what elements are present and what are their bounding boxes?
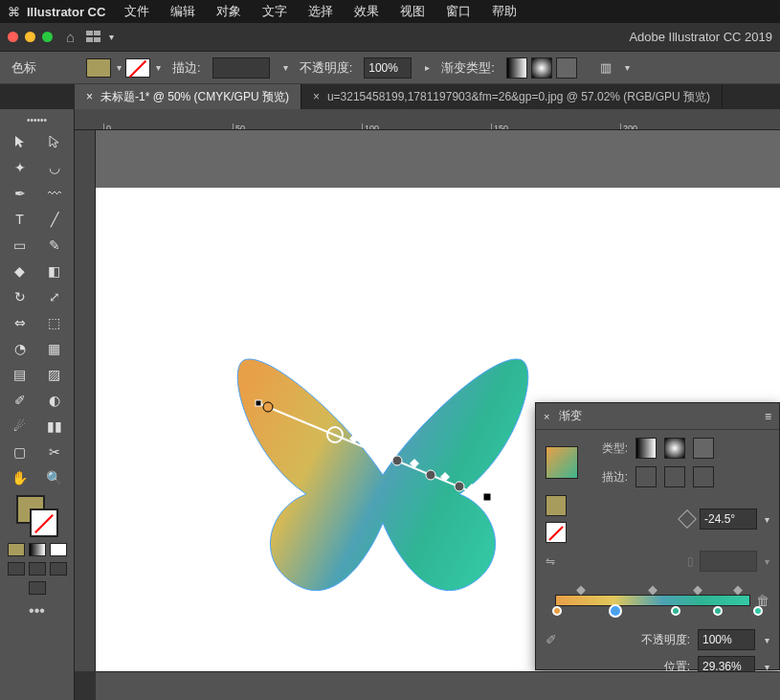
blend-tool[interactable]: ◐ — [38, 388, 71, 412]
menu-edit[interactable]: 编辑 — [163, 1, 203, 22]
chevron-down-icon[interactable]: ▾ — [283, 62, 288, 73]
butterfly-shape[interactable] — [230, 341, 536, 609]
active-stroke-swatch[interactable] — [546, 522, 567, 543]
rotate-tool[interactable]: ↻ — [4, 284, 36, 308]
perspective-tool[interactable]: ▦ — [38, 336, 71, 360]
symbol-sprayer-tool[interactable]: ☄ — [4, 414, 36, 438]
zoom-window-icon[interactable] — [42, 32, 53, 42]
draw-behind-icon[interactable] — [29, 562, 46, 576]
edit-toolbar-icon[interactable]: ••• — [29, 602, 45, 620]
gradient-midpoint[interactable] — [733, 586, 743, 596]
stroke-weight-input[interactable] — [212, 57, 270, 79]
gradient-stop-selected[interactable] — [611, 606, 620, 616]
workspace-layout-icon[interactable] — [86, 31, 103, 44]
width-tool[interactable]: ⇔ — [4, 310, 36, 334]
gradient-slider[interactable]: 🗑 — [546, 585, 769, 618]
menu-view[interactable]: 视图 — [392, 1, 433, 22]
magic-wand-tool[interactable]: ✦ — [4, 155, 36, 179]
panel-titlebar[interactable]: × 渐变 ≡ — [536, 403, 779, 430]
app-name[interactable]: Illustrator CC — [27, 5, 105, 19]
draw-inside-icon[interactable] — [50, 562, 67, 576]
gradient-tool[interactable]: ▨ — [38, 362, 71, 386]
close-tab-icon[interactable]: × — [86, 90, 93, 103]
linear-gradient-button[interactable] — [635, 438, 657, 459]
selection-tool[interactable] — [4, 129, 36, 153]
eraser-tool[interactable]: ◧ — [38, 259, 71, 282]
stop-opacity-input[interactable]: 100% — [698, 629, 755, 650]
minimize-window-icon[interactable] — [25, 32, 35, 42]
paintbrush-tool[interactable]: ✎ — [38, 233, 71, 257]
screen-mode-icon[interactable] — [29, 581, 46, 595]
apple-icon[interactable]: ⌘ — [8, 5, 21, 19]
home-icon[interactable]: ⌂ — [66, 29, 75, 45]
eyedropper-tool[interactable]: ✐ — [4, 388, 36, 412]
angle-input[interactable]: -24.5° — [700, 508, 757, 530]
gradient-edit-icon[interactable]: ▥ — [600, 60, 612, 75]
freeform-gradient-button[interactable] — [556, 57, 577, 79]
chevron-down-icon[interactable]: ▾ — [765, 635, 769, 645]
curvature-tool[interactable]: 〰 — [38, 181, 71, 205]
menu-file[interactable]: 文件 — [117, 1, 157, 22]
type-tool[interactable]: T — [4, 207, 36, 231]
none-mode-icon[interactable] — [50, 543, 67, 556]
freeform-gradient-button[interactable] — [693, 438, 714, 459]
slice-tool[interactable]: ✂ — [38, 440, 71, 463]
menu-window[interactable]: 窗口 — [438, 1, 479, 22]
close-window-icon[interactable] — [8, 32, 18, 42]
artboard-tool[interactable]: ▢ — [4, 440, 36, 463]
active-fill-swatch[interactable] — [546, 495, 567, 516]
menu-select[interactable]: 选择 — [301, 1, 341, 22]
rectangle-tool[interactable]: ▭ — [4, 233, 36, 257]
stroke-gradient-within-icon[interactable] — [635, 466, 657, 487]
chevron-down-icon[interactable]: ▾ — [109, 32, 114, 42]
document-tab[interactable]: × 未标题-1* @ 50% (CMYK/GPU 预览) — [75, 84, 301, 109]
gradient-midpoint[interactable] — [648, 586, 657, 596]
stroke-swatch[interactable] — [125, 58, 150, 78]
gradient-midpoint[interactable] — [576, 586, 586, 596]
delete-stop-icon[interactable]: 🗑 — [756, 593, 769, 608]
draw-normal-icon[interactable] — [8, 562, 25, 576]
shape-builder-tool[interactable]: ◔ — [4, 336, 36, 360]
menu-object[interactable]: 对象 — [209, 1, 249, 22]
pen-tool[interactable]: ✒ — [4, 181, 36, 205]
close-panel-icon[interactable]: × — [544, 411, 549, 422]
lasso-tool[interactable]: ◡ — [38, 155, 71, 179]
shaper-tool[interactable]: ◆ — [4, 259, 36, 282]
chevron-down-icon[interactable]: ▾ — [117, 62, 122, 73]
gradient-stop[interactable] — [671, 606, 680, 616]
radial-gradient-button[interactable] — [664, 438, 685, 459]
gradient-panel[interactable]: × 渐变 ≡ 类型: 描边: — [535, 402, 780, 670]
stroke-color-icon[interactable] — [30, 508, 58, 537]
horizontal-ruler[interactable]: 0 50 100 150 200 — [75, 109, 780, 130]
chevron-down-icon[interactable]: ▾ — [156, 62, 161, 73]
free-transform-tool[interactable]: ⬚ — [38, 310, 71, 334]
document-tab[interactable]: × u=3215458199,1781197903&fm=26&gp=0.jpg… — [301, 84, 723, 109]
gradient-mode-icon[interactable] — [29, 543, 46, 556]
close-tab-icon[interactable]: × — [313, 90, 320, 103]
line-tool[interactable]: ╱ — [38, 207, 71, 231]
chevron-down-icon[interactable]: ▾ — [625, 62, 630, 73]
zoom-tool[interactable]: 🔍 — [38, 465, 71, 489]
linear-gradient-button[interactable] — [506, 57, 527, 79]
toolbox-grip[interactable]: •••••• — [27, 115, 47, 125]
mesh-tool[interactable]: ▤ — [4, 362, 36, 386]
menu-effect[interactable]: 效果 — [346, 1, 387, 22]
radial-gradient-button[interactable] — [531, 57, 552, 79]
stroke-gradient-along-icon[interactable] — [664, 466, 685, 487]
gradient-stop[interactable] — [713, 606, 723, 616]
panel-menu-icon[interactable]: ≡ — [765, 410, 771, 423]
column-graph-tool[interactable]: ▮▮ — [38, 414, 71, 438]
fill-stroke-control[interactable] — [16, 495, 58, 537]
color-mode-icon[interactable] — [8, 543, 25, 556]
gradient-stop[interactable] — [552, 606, 562, 616]
reverse-gradient-icon[interactable]: ⇋ — [546, 554, 555, 568]
stroke-gradient-across-icon[interactable] — [693, 466, 714, 487]
chevron-down-icon[interactable]: ▾ — [765, 662, 769, 672]
direct-selection-tool[interactable] — [38, 129, 71, 153]
gradient-track[interactable] — [555, 595, 750, 606]
menu-help[interactable]: 帮助 — [484, 1, 524, 22]
opacity-input[interactable] — [364, 57, 412, 79]
chevron-down-icon[interactable]: ▸ — [425, 62, 430, 73]
fill-swatch[interactable] — [86, 58, 111, 78]
gradient-preview-swatch[interactable] — [546, 446, 578, 479]
